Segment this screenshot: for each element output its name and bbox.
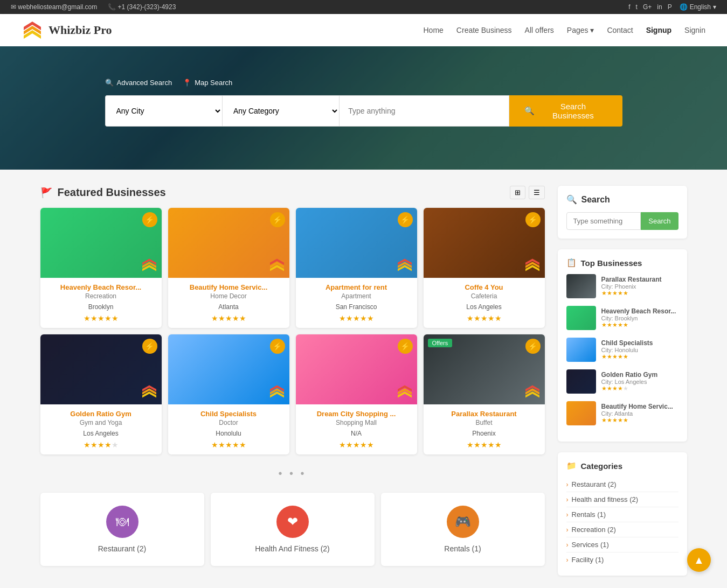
business-card[interactable]: ⚡ Dream City Shopping ... Shopping Mall … <box>296 334 417 454</box>
featured-badge: ⚡ <box>142 212 157 227</box>
map-pin-icon: 📍 <box>183 79 191 87</box>
categories-title: 📁 Categories <box>566 461 678 471</box>
category-item[interactable]: ❤ Health And Fitness (2) <box>211 493 375 566</box>
sidebar-search-input[interactable] <box>566 212 641 230</box>
card-city: Los Angeles <box>429 303 539 311</box>
business-card[interactable]: ⚡ Golden Ratio Gym Gym and Yoga Los Ange… <box>40 334 162 454</box>
restaurant-icon: 🍽 <box>106 506 139 538</box>
linkedin-icon[interactable]: in <box>657 3 662 11</box>
top-biz-item[interactable]: Heavenly Beach Resor... City: Brooklyn ★… <box>566 306 678 330</box>
nav-signup[interactable]: Signup <box>646 26 671 34</box>
card-stars: ★★★★★ <box>46 314 156 323</box>
list-item[interactable]: › Restaurant (2) <box>566 477 678 492</box>
card-stars: ★★★★★ <box>174 440 284 449</box>
card-category: Buffet <box>429 419 539 426</box>
featured-badge: ⚡ <box>525 339 541 354</box>
featured-badge: ⚡ <box>398 212 413 227</box>
featured-section: 🚩 Featured Businesses ⊞ ☰ ⚡ <box>40 186 545 586</box>
city-select[interactable]: Any City <box>105 95 222 127</box>
search-input[interactable] <box>339 95 509 127</box>
category-select[interactable]: Any Category <box>222 95 339 127</box>
grid-view-button[interactable]: ⊞ <box>510 186 525 199</box>
business-card[interactable]: ⚡ Coffe 4 You Cafeteria Los Angeles ★★★★… <box>424 208 545 328</box>
card-image: ⚡ <box>296 208 417 278</box>
card-city: Los Angeles <box>46 430 156 437</box>
business-card[interactable]: ⚡ Child Specialists Doctor Honolulu ★★★★… <box>168 334 289 454</box>
top-bar-right: f t G+ in P 🌐 English ▾ <box>628 3 716 11</box>
flag-icon: 🚩 <box>40 187 52 199</box>
top-biz-item[interactable]: Beautify Home Servic... City: Atlanta ★★… <box>566 401 678 425</box>
business-card[interactable]: ⚡ Beautify Home Servic... Home Decor Atl… <box>168 208 289 328</box>
card-image: ⚡ <box>40 334 162 404</box>
top-biz-city: City: Los Angeles <box>601 379 678 385</box>
card-body: Parallax Restaurant Buffet Phoenix ★★★★★ <box>424 404 545 454</box>
card-category: Doctor <box>174 419 284 426</box>
card-logo <box>269 258 285 274</box>
card-category: Gym and Yoga <box>46 419 156 426</box>
twitter-icon[interactable]: t <box>636 3 638 11</box>
sidebar-search-section: 🔍 Search Search <box>558 186 687 239</box>
category-item[interactable]: 🍽 Restaurant (2) <box>40 493 204 566</box>
nav-home[interactable]: Home <box>424 26 444 34</box>
card-category: Shopping Mall <box>301 419 412 426</box>
list-item[interactable]: › Recreation (2) <box>566 522 678 537</box>
nav-contact[interactable]: Contact <box>607 26 633 34</box>
nav-create-business[interactable]: Create Business <box>456 26 512 34</box>
top-businesses-section: 📋 Top Businesses Parallax Restaurant Cit… <box>558 249 687 442</box>
business-card[interactable]: ⚡ Heavenly Beach Resor... Recreation Bro… <box>40 208 162 328</box>
business-card[interactable]: ⚡ Apartment for rent Apartment San Franc… <box>296 208 417 328</box>
card-image: ⚡ <box>424 208 545 278</box>
section-title: 🚩 Featured Businesses <box>40 186 166 199</box>
list-item[interactable]: › Services (1) <box>566 537 678 552</box>
top-biz-image <box>566 401 596 425</box>
card-logo <box>524 258 541 274</box>
card-name: Child Specialists <box>174 410 284 418</box>
card-logo <box>397 258 413 274</box>
top-biz-stars: ★★★★★ <box>601 417 678 424</box>
card-name: Heavenly Beach Resor... <box>46 283 156 291</box>
top-biz-stars: ★★★★★ <box>601 290 678 297</box>
top-biz-name: Heavenly Beach Resor... <box>601 307 678 315</box>
map-search-link[interactable]: 📍 Map Search <box>183 79 232 87</box>
pinterest-icon[interactable]: P <box>668 3 672 11</box>
googleplus-icon[interactable]: G+ <box>643 3 652 11</box>
list-item[interactable]: › Rentals (1) <box>566 507 678 522</box>
business-card[interactable]: Offers ⚡ Parallax Restaurant Buffet Phoe… <box>424 334 545 454</box>
card-name: Parallax Restaurant <box>429 410 539 418</box>
card-image: ⚡ <box>168 334 289 404</box>
top-biz-item[interactable]: Golden Ratio Gym City: Los Angeles ★★★★★ <box>566 369 678 394</box>
facebook-icon[interactable]: f <box>628 3 630 11</box>
list-item[interactable]: › Health and fitness (2) <box>566 492 678 507</box>
top-biz-item[interactable]: Child Specialists City: Honolulu ★★★★★ <box>566 338 678 362</box>
language-selector[interactable]: 🌐 English ▾ <box>680 3 716 11</box>
card-logo <box>397 384 413 400</box>
nav-all-offers[interactable]: All offers <box>525 26 554 34</box>
search-button[interactable]: 🔍 Search Businesses <box>509 95 622 127</box>
chevron-icon: › <box>566 481 569 488</box>
featured-badge: ⚡ <box>270 212 285 227</box>
nav-signin[interactable]: Signin <box>684 26 705 34</box>
top-businesses-icon: 📋 <box>566 258 577 268</box>
list-view-button[interactable]: ☰ <box>529 186 545 199</box>
header: Whizbiz Pro Home Create Business All off… <box>0 14 727 46</box>
scroll-to-top-button[interactable]: ▲ <box>687 548 711 572</box>
email-contact: ✉ webheliosteam@gmail.com <box>11 3 97 11</box>
pagination-dots: • • • <box>40 463 545 484</box>
top-biz-image <box>566 306 596 330</box>
top-biz-city: City: Atlanta <box>601 410 678 417</box>
logo: Whizbiz Pro <box>22 19 112 41</box>
main-nav: Home Create Business All offers Pages ▾ … <box>424 26 706 34</box>
category-label: Restaurant (2) <box>49 544 196 553</box>
card-category: Cafeteria <box>429 292 539 300</box>
card-logo <box>141 384 157 400</box>
list-item[interactable]: › Facility (1) <box>566 552 678 567</box>
nav-pages[interactable]: Pages ▾ <box>567 26 594 34</box>
advanced-search-link[interactable]: 🔍 Advanced Search <box>105 79 172 87</box>
search-bar: Any City Any Category 🔍 Search Businesse… <box>105 95 622 127</box>
category-item[interactable]: 🎮 Rentals (1) <box>381 493 545 566</box>
sidebar-search-button[interactable]: Search <box>641 212 678 230</box>
chevron-icon: › <box>566 556 569 564</box>
top-biz-stars: ★★★★★ <box>601 353 678 360</box>
top-biz-item[interactable]: Parallax Restaurant City: Phoenix ★★★★★ <box>566 274 678 298</box>
health-icon: ❤ <box>276 506 309 538</box>
